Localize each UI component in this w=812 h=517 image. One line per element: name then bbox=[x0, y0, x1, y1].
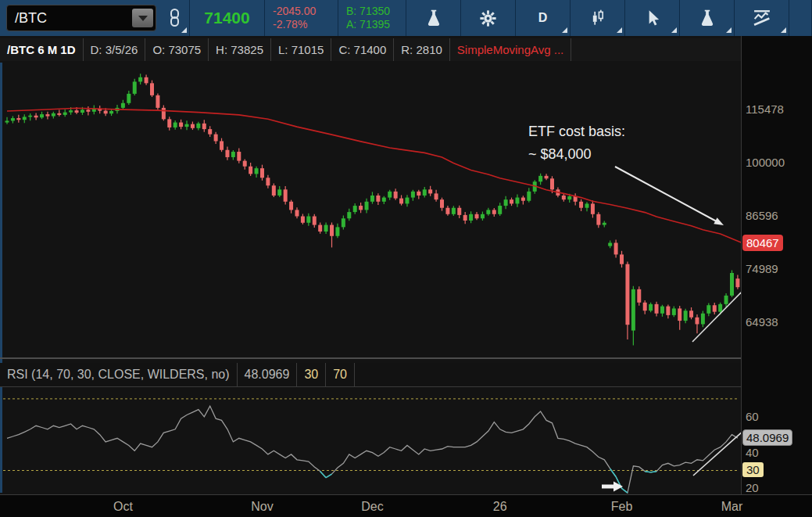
chart-header-cell: D: 3/5/26 bbox=[84, 38, 146, 61]
dropdown-corner bbox=[671, 27, 677, 33]
dropdown-corner bbox=[562, 27, 567, 33]
time-axis-label: Feb bbox=[611, 500, 633, 514]
change-value: -2045.00 bbox=[273, 5, 316, 18]
rsi-current-value: 48.0969 bbox=[238, 363, 298, 386]
time-axis-label: Dec bbox=[361, 500, 383, 514]
time-axis[interactable]: OctNovDec26FebMar bbox=[0, 494, 812, 517]
chart-header-cell: L: 71015 bbox=[271, 38, 331, 61]
timeframe-label: D bbox=[538, 11, 548, 25]
rsi-oversold-level: 30 bbox=[297, 363, 326, 386]
symbol-input[interactable]: /BTC bbox=[6, 5, 156, 31]
flask-icon bbox=[424, 8, 444, 28]
link-icon bbox=[165, 8, 184, 28]
rsi-oversold-badge: 30 bbox=[742, 462, 764, 477]
price-axis-column[interactable]: 1154781000008659674989649388046760402048… bbox=[741, 36, 812, 494]
symbol-dropdown-button[interactable] bbox=[132, 9, 153, 27]
chevron-down-icon bbox=[138, 16, 148, 21]
ask-value: A: 71395 bbox=[346, 18, 390, 31]
pane-divider[interactable] bbox=[0, 357, 812, 359]
rsi-study-header: RSI (14, 70, 30, CLOSE, WILDERS, no) 48.… bbox=[0, 363, 741, 387]
price-chart-pane[interactable] bbox=[0, 63, 741, 357]
rsi-value-badge: 48.0969 bbox=[742, 429, 792, 446]
timeframe-button[interactable]: D bbox=[516, 0, 570, 36]
chart-ohlc-header: /BTC 6 M 1DD: 3/5/26O: 73075H: 73825L: 7… bbox=[0, 38, 741, 61]
chart-header-cell: /BTC 6 M 1D bbox=[0, 38, 84, 61]
settings-button[interactable] bbox=[461, 0, 515, 36]
bid-value: B: 71350 bbox=[346, 5, 390, 18]
cursor-arrow-icon bbox=[642, 8, 663, 28]
chart-style-button[interactable] bbox=[571, 0, 624, 36]
price-axis-tick: 115478 bbox=[746, 102, 784, 116]
top-toolbar: /BTC 71400 -2045.00 -2.78% B: 71350 A: 7… bbox=[0, 0, 812, 36]
bid-ask: B: 71350 A: 71395 bbox=[338, 5, 406, 31]
cursor-tool-button[interactable] bbox=[625, 0, 679, 36]
link-charts-button[interactable] bbox=[159, 0, 189, 36]
dropdown-corner bbox=[181, 27, 187, 33]
time-axis-label: Oct bbox=[113, 500, 133, 514]
price-change: -2045.00 -2.78% bbox=[265, 5, 338, 31]
symbol-value[interactable]: /BTC bbox=[7, 10, 132, 27]
gear-icon bbox=[478, 8, 499, 29]
study-label-cell[interactable]: SimpleMovingAvg ... bbox=[450, 38, 571, 61]
time-axis-label: Nov bbox=[251, 500, 273, 514]
last-price: 71400 bbox=[190, 9, 264, 27]
analyze-button[interactable] bbox=[406, 0, 460, 36]
price-axis-tick: 86596 bbox=[746, 209, 778, 222]
flask-icon bbox=[697, 8, 717, 28]
chart-header-cell: O: 73075 bbox=[145, 38, 209, 61]
dropdown-corner bbox=[726, 27, 732, 33]
chart-header-cell: H: 73825 bbox=[209, 38, 271, 61]
drawings-button[interactable] bbox=[735, 0, 789, 36]
rsi-study-label[interactable]: RSI (14, 70, 30, CLOSE, WILDERS, no) bbox=[0, 363, 238, 386]
time-axis-label: 26 bbox=[493, 500, 507, 514]
price-axis-tick: 64938 bbox=[746, 315, 778, 329]
chart-header-cell: R: 2810 bbox=[394, 38, 450, 61]
rsi-overbought-level: 70 bbox=[326, 363, 355, 386]
candlestick-icon bbox=[588, 8, 608, 28]
dropdown-corner bbox=[617, 27, 622, 33]
chart-header-cell: C: 71400 bbox=[331, 38, 394, 61]
price-axis-tick: 74989 bbox=[746, 262, 778, 275]
rsi-axis-tick: 40 bbox=[746, 446, 759, 459]
rsi-chart-pane[interactable] bbox=[0, 391, 741, 494]
change-percent: -2.78% bbox=[273, 18, 307, 31]
sma-value-badge: 80467 bbox=[742, 235, 783, 251]
toolbar-separator bbox=[789, 0, 789, 36]
drawings-pattern-icon bbox=[751, 7, 773, 29]
price-axis-tick: 100000 bbox=[746, 156, 785, 169]
rsi-axis-tick: 60 bbox=[746, 410, 759, 423]
rsi-axis-tick: 20 bbox=[746, 481, 759, 494]
trading-platform-window: /BTC 71400 -2045.00 -2.78% B: 71350 A: 7… bbox=[0, 0, 812, 517]
annotation-text-line1[interactable]: ETF cost basis: bbox=[528, 124, 625, 140]
dropdown-corner bbox=[781, 27, 786, 33]
annotation-text-line2[interactable]: ~ $84,000 bbox=[528, 146, 592, 163]
time-axis-label: Mar bbox=[721, 500, 743, 514]
studies-button[interactable] bbox=[680, 0, 734, 36]
